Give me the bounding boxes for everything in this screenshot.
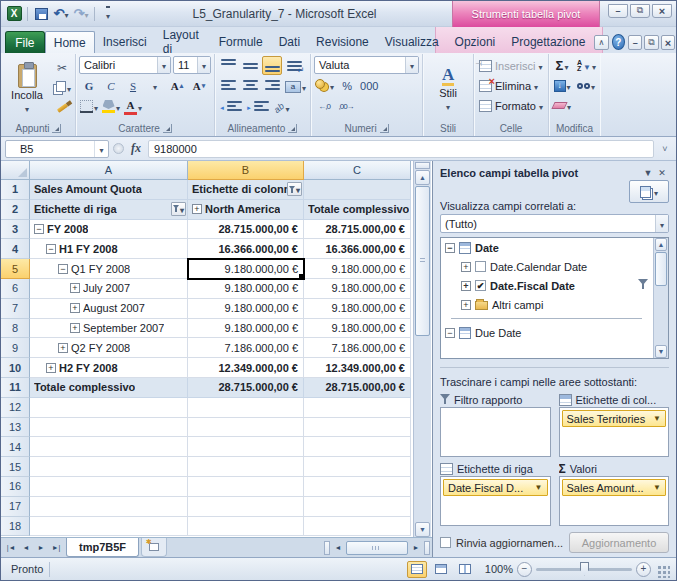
cell[interactable] [30,418,188,438]
checkbox[interactable]: ✔ [475,280,486,291]
page-break-view-button[interactable] [455,561,475,578]
cell[interactable]: 9.180.000,00 € [188,279,304,299]
thousands-button[interactable]: 000 [359,76,379,95]
cell[interactable] [304,180,411,200]
cell[interactable]: 12.349.000,00 € [304,358,411,378]
scroll-down-arrow[interactable]: ▼ [655,345,667,358]
row-header[interactable]: 4 [1,239,30,259]
split-handle[interactable] [415,162,430,169]
cell[interactable]: 9.180.000,00 € [304,319,411,339]
pane-menu-button[interactable]: ▼ [641,168,655,178]
column-header-a[interactable]: A [30,161,188,180]
cell[interactable]: 16.366.000,00 € [304,239,411,259]
row-header[interactable]: 6 [1,279,30,299]
collapse-icon[interactable]: − [445,243,455,253]
row-header[interactable]: 9 [1,338,30,358]
horizontal-scrollbar[interactable]: ◄ ► [322,538,432,557]
cell[interactable]: 9.180.000,00 € [188,319,304,339]
cell[interactable]: Etichette di colonne [188,180,304,200]
scroll-down-arrow[interactable]: ▼ [415,522,430,537]
insert-worksheet-button[interactable] [141,538,167,557]
expand-formula-bar-button[interactable] [658,144,672,154]
resize-grip[interactable] [657,565,670,578]
zoom-level[interactable]: 100% [479,563,513,575]
scroll-up-arrow[interactable]: ▲ [655,238,667,251]
expand-icon[interactable]: + [461,300,471,310]
expand-icon[interactable]: + [70,283,80,293]
cell[interactable] [304,497,411,517]
tab-opzioni[interactable]: Opzioni [447,31,504,53]
cell[interactable]: +September 2007 [30,319,188,339]
font-color-button[interactable]: A [123,97,143,116]
field-chip[interactable]: Sales Amount...▼ [562,479,667,496]
cut-button[interactable] [52,58,72,77]
dialog-launcher[interactable] [288,124,297,133]
restore-button[interactable] [630,4,650,18]
scrollbar-thumb[interactable] [655,252,667,286]
align-right-button[interactable] [262,77,282,96]
save-button[interactable] [32,5,50,23]
align-bottom-button[interactable] [262,56,282,75]
expand-icon[interactable]: + [192,204,202,214]
tree-item[interactable]: −Date [441,238,652,257]
update-button-disabled[interactable]: Aggiornamento [569,532,669,553]
cell[interactable]: Totale complessivo [304,200,411,220]
cell[interactable] [304,398,411,418]
vertical-scrollbar[interactable]: ▲ ▼ [413,161,431,537]
row-header[interactable]: 17 [1,497,30,517]
tab-home[interactable]: Home [45,31,95,53]
bold-button[interactable]: G [79,76,99,95]
cell[interactable]: 16.366.000,00 € [188,239,304,259]
align-top-button[interactable] [218,56,238,75]
zoom-slider[interactable] [536,568,632,571]
align-center-button[interactable] [240,77,260,96]
insert-cells-button[interactable]: Inserisci [477,56,545,75]
row-header[interactable]: 5 [1,259,30,279]
expand-icon[interactable]: + [461,281,471,291]
close-button[interactable] [652,4,672,18]
cell[interactable] [188,517,304,537]
cell[interactable]: Sales Amount Quota [30,180,188,200]
cell[interactable] [304,477,411,497]
row-header[interactable]: 13 [1,418,30,438]
collapse-icon[interactable]: − [58,264,68,274]
next-sheet-button[interactable]: ► [34,541,48,555]
underline-options[interactable] [145,76,165,95]
orientation-button[interactable] [272,98,292,117]
fill-color-button[interactable] [101,97,121,116]
insert-function-button[interactable]: fx [128,141,144,156]
cell[interactable]: 28.715.000,00 € [188,220,304,240]
number-format-combo[interactable]: Valuta [314,56,419,74]
cell[interactable]: +August 2007 [30,299,188,319]
expand-icon[interactable]: + [58,343,68,353]
name-box[interactable]: B5 [5,140,109,158]
cell[interactable] [30,457,188,477]
row-header[interactable]: 15 [1,457,30,477]
autosum-button[interactable]: Σ [552,56,572,75]
percent-button[interactable]: % [337,76,357,95]
font-name-combo[interactable]: Calibri [79,56,171,74]
cell[interactable] [188,497,304,517]
cell[interactable]: −H1 FY 2008 [30,239,188,259]
grow-font-button[interactable]: A [167,76,187,95]
borders-button[interactable] [79,97,99,116]
undo-button[interactable] [52,5,70,23]
field-chip[interactable]: Sales Territories▼ [562,410,667,427]
expand-icon[interactable]: + [70,303,80,313]
row-header[interactable]: 7 [1,299,30,319]
row-header[interactable]: 10 [1,358,30,378]
scrollbar-thumb[interactable] [346,541,408,555]
cell[interactable] [304,437,411,457]
minimize-ribbon-button[interactable] [594,35,608,50]
dialog-launcher[interactable] [380,124,389,133]
font-size-combo[interactable]: 11 [173,56,211,74]
workbook-close-button[interactable] [661,35,675,50]
underline-button[interactable]: S [123,76,143,95]
split-handle[interactable] [324,541,330,555]
sort-filter-button[interactable] [576,56,597,75]
zoom-in-button[interactable]: + [636,562,651,577]
pane-close-button[interactable]: ✕ [655,168,669,178]
minimize-button[interactable] [608,4,628,18]
tab-visualizza[interactable]: Visualizza [377,31,447,53]
paste-button[interactable]: Incolla [5,56,49,121]
